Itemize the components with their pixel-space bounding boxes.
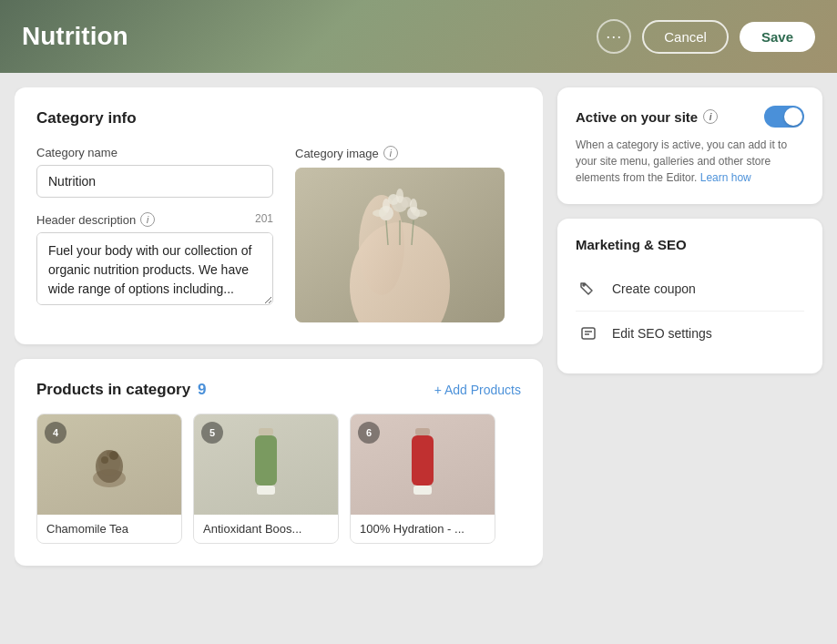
header-desc-section: Header description i 201 Fuel your body … <box>36 212 273 309</box>
learn-how-link[interactable]: Learn how <box>700 171 751 184</box>
edit-seo-label: Edit SEO settings <box>612 326 712 341</box>
page-title: Nutrition <box>22 22 128 51</box>
active-description: When a category is active, you can add i… <box>576 137 804 186</box>
header-banner: Nutrition ··· Cancel Save <box>0 0 837 73</box>
header-actions: ··· Cancel Save <box>597 19 815 54</box>
category-info-title: Category info <box>36 109 521 128</box>
save-button[interactable]: Save <box>740 22 815 52</box>
seo-icon <box>576 321 601 346</box>
header-desc-info-icon[interactable]: i <box>140 212 155 227</box>
right-panel: Active on your site i When a category is… <box>557 87 822 629</box>
main-area: Category info Category name Header descr… <box>0 73 837 644</box>
svg-rect-24 <box>257 486 275 495</box>
svg-point-9 <box>396 189 403 203</box>
list-item[interactable]: 6 100% Hydration - ... <box>350 414 495 544</box>
product-image-2: 5 <box>194 414 338 515</box>
active-title: Active on your site i <box>576 109 718 125</box>
more-button[interactable]: ··· <box>597 19 631 54</box>
active-toggle[interactable] <box>764 106 804 128</box>
product-image-1: 4 <box>37 414 181 515</box>
active-info-icon[interactable]: i <box>703 109 718 124</box>
product-badge-2: 5 <box>201 422 223 444</box>
char-count: 201 <box>255 212 273 225</box>
category-info-card: Category info Category name Header descr… <box>15 87 543 344</box>
svg-rect-22 <box>259 428 273 435</box>
header-desc-label: Header description i 201 <box>36 212 273 227</box>
product-name-2: Antioxidant Boos... <box>194 515 338 543</box>
form-right-col: Category image i <box>295 146 521 322</box>
svg-rect-28 <box>582 328 595 339</box>
products-card: Products in category 9 + Add Products 4 <box>15 359 543 566</box>
products-count: 9 <box>198 381 206 399</box>
edit-seo-item[interactable]: Edit SEO settings <box>576 312 804 355</box>
left-panel: Category info Category name Header descr… <box>15 87 543 629</box>
svg-rect-25 <box>415 428 430 435</box>
create-coupon-label: Create coupon <box>612 281 696 296</box>
category-form-row: Category name Header description i 201 F… <box>36 146 521 322</box>
svg-rect-26 <box>412 435 434 486</box>
products-title: Products in category 9 <box>36 381 207 399</box>
product-badge-3: 6 <box>358 422 380 444</box>
list-item[interactable]: 4 Chamomile Tea <box>36 414 182 544</box>
svg-point-21 <box>107 451 112 456</box>
bottle-svg-2 <box>239 424 293 506</box>
svg-rect-27 <box>413 486 432 495</box>
svg-point-19 <box>101 456 108 464</box>
cancel-button[interactable]: Cancel <box>642 20 729 54</box>
product-badge-1: 4 <box>45 422 66 444</box>
active-header: Active on your site i <box>576 106 804 128</box>
category-image-box[interactable] <box>295 168 505 322</box>
bottle-svg-3 <box>395 424 450 506</box>
coupon-icon <box>576 276 601 302</box>
add-products-button[interactable]: + Add Products <box>434 383 521 397</box>
category-name-label: Category name <box>36 146 273 159</box>
svg-point-11 <box>373 210 387 217</box>
category-name-input[interactable] <box>36 165 273 198</box>
category-image-label: Category image i <box>295 146 521 160</box>
category-image-svg <box>295 168 505 322</box>
products-header: Products in category 9 + Add Products <box>36 381 521 399</box>
header-desc-textarea[interactable]: Fuel your body with our collection of or… <box>36 232 273 305</box>
create-coupon-item[interactable]: Create coupon <box>576 267 804 312</box>
active-on-site-card: Active on your site i When a category is… <box>557 87 822 204</box>
svg-rect-23 <box>255 435 277 486</box>
marketing-seo-title: Marketing & SEO <box>576 237 804 252</box>
products-grid: 4 Chamomile Tea <box>36 414 521 544</box>
list-item[interactable]: 5 Antioxidant Boos... <box>193 414 339 544</box>
form-left-col: Category name Header description i 201 F… <box>36 146 273 309</box>
product-name-1: Chamomile Tea <box>37 515 181 543</box>
svg-point-12 <box>413 210 427 217</box>
marketing-seo-card: Marketing & SEO Create coupon <box>557 219 822 373</box>
product-name-3: 100% Hydration - ... <box>351 515 495 543</box>
product-image-3: 6 <box>351 414 495 515</box>
chamomile-svg <box>73 428 146 501</box>
category-image-info-icon[interactable]: i <box>383 146 398 160</box>
